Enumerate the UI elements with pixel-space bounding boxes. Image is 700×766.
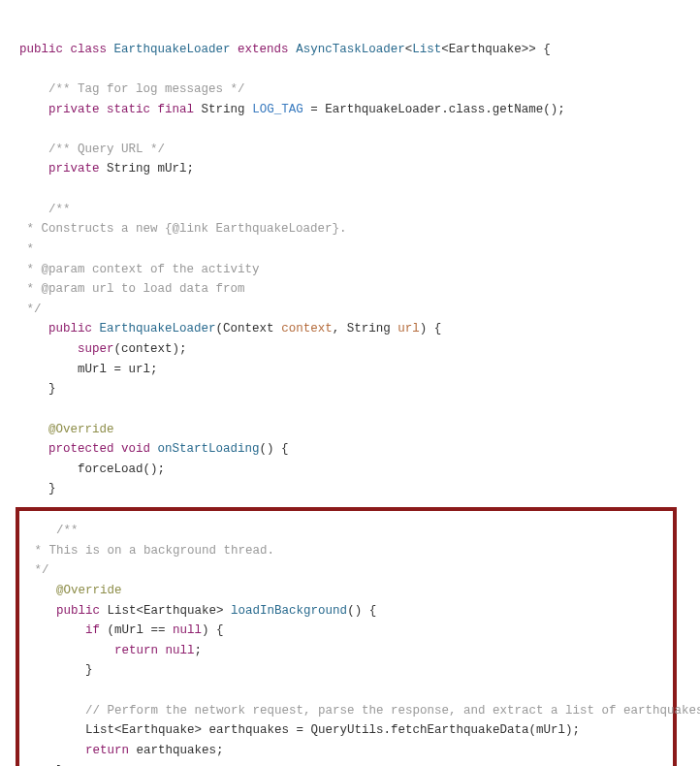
super-type: AsyncTaskLoader [296, 43, 405, 56]
onstart-sig: () { [260, 442, 289, 456]
keyword-class: class [71, 43, 108, 56]
comment-tag: /** Tag for log messages */ [48, 82, 245, 96]
comment-query: /** Query URL */ [48, 143, 165, 156]
type-string2: String [107, 162, 150, 176]
keyword-extends: extends [238, 43, 289, 56]
keyword-public: public [19, 43, 63, 56]
line: public class EarthquakeLoader extends As… [19, 43, 551, 56]
keyword-public3: public [56, 604, 100, 618]
field-murl: mUrl; [158, 162, 195, 176]
keyword-return2: return [85, 744, 129, 757]
annotation-override2: @Override [56, 584, 122, 597]
inner-generic: <Earthquake>> [441, 43, 536, 56]
decl-list: List [85, 723, 114, 737]
ctor-assign: mUrl = url; [78, 363, 158, 376]
ctor-c5: * @param url to load data from [19, 282, 245, 296]
brace: { [536, 43, 551, 56]
ctor-c3: * [19, 242, 34, 256]
super-arg: (context); [114, 342, 187, 356]
method-loadinbackground: loadInBackground [231, 604, 347, 618]
annotation-override: @Override [48, 423, 114, 436]
brace-close3: } [85, 663, 93, 677]
ctor-url-param: url [398, 322, 420, 335]
eq: = [303, 103, 326, 116]
hl-sig: () { [347, 604, 376, 618]
brace-close: } [48, 382, 56, 396]
keyword-null2: null [166, 644, 195, 657]
ret-generic: <Earthquake> [137, 604, 224, 618]
ctor-name: EarthquakeLoader [100, 322, 216, 335]
method-onstartloading: onStartLoading [158, 442, 260, 456]
ctor-string-type: String [347, 322, 391, 335]
ctor-c4: * @param context of the activity [19, 263, 260, 276]
ctor-c6: */ [19, 303, 42, 316]
if-cond: (mUrl == [100, 623, 173, 637]
keyword-protected: protected [48, 442, 114, 456]
keyword-private: private [48, 103, 100, 116]
hl-c2: * This is on a background thread. [27, 544, 274, 558]
ctor-c1: /** [48, 203, 71, 216]
keyword-return: return [114, 644, 158, 657]
brace-close2: } [48, 482, 56, 495]
keyword-final: final [158, 103, 195, 116]
var-logtag: LOG_TAG [252, 103, 303, 116]
cond-end: ) { [202, 623, 224, 637]
ctor-context-type: Context [223, 322, 274, 335]
ctor-context-param: context [281, 322, 333, 335]
hl-comment-line: // Perform the network request, parse th… [85, 704, 700, 718]
decl-rest: <Earthquake> earthquakes = QueryUtils.fe… [114, 723, 580, 737]
rhs-class: EarthquakeLoader [325, 103, 441, 116]
keyword-private2: private [48, 162, 100, 176]
ret-list: List [108, 604, 137, 618]
super-call: super [78, 342, 114, 356]
semi: ; [195, 644, 203, 657]
list-type: List [412, 43, 441, 56]
class-name: EarthquakeLoader [114, 43, 231, 56]
hl-c1: /** [56, 524, 79, 537]
type-string: String [202, 103, 245, 116]
ctor-sig-end: ) { [420, 322, 442, 335]
code-block: public class EarthquakeLoader extends As… [19, 19, 681, 766]
keyword-if: if [85, 623, 100, 637]
ctor-c2: * Constructs a new {@link EarthquakeLoad… [19, 222, 347, 236]
rhs-tail: .class.getName(); [441, 103, 565, 116]
keyword-static: static [107, 103, 150, 116]
keyword-void: void [121, 442, 150, 456]
keyword-public2: public [48, 322, 92, 335]
forceload-call: forceLoad(); [78, 463, 165, 476]
hl-c3: */ [27, 563, 49, 577]
keyword-null: null [173, 623, 202, 637]
highlighted-region: /** * This is on a background thread. */… [16, 507, 677, 766]
ret-val: earthquakes; [129, 744, 224, 757]
